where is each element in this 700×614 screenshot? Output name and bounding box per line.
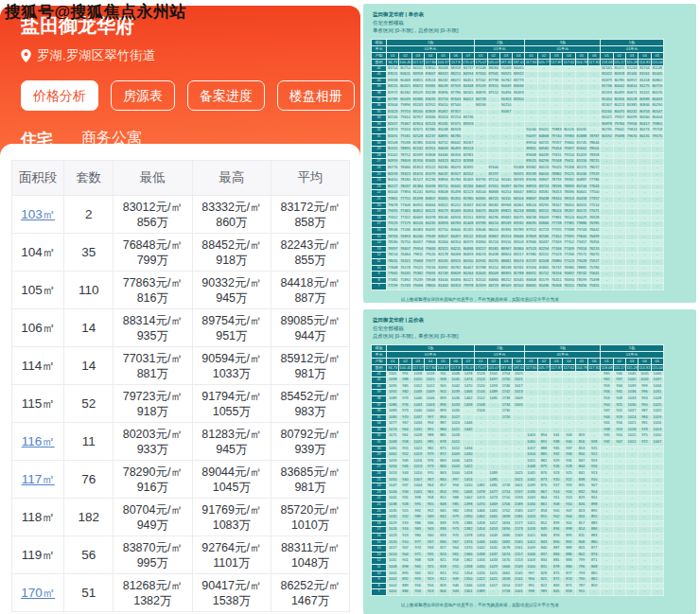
price-cell: 890 [437,414,449,421]
price-cell: - [625,446,638,452]
price-cell: 89253 [499,234,512,240]
price-cell: - [499,465,512,471]
grid-footnote: 以上数据整理自深圳市房地产信息平台，不作为购房依据，实际信息以官方平台为准 [401,603,696,607]
area-header: 115.28 [625,364,638,371]
price-cell: 83322 [437,202,449,209]
price-cell: 82838 [462,159,474,166]
price-cell: 862 [588,577,601,584]
price-cell: 82502 [475,277,487,284]
grid-row: 1378397766077995479663823218421180836832… [372,246,664,253]
price-cell: 81132 [639,90,651,96]
area-cell: 117㎡ [12,461,64,499]
price-cell: 77894 [399,190,411,197]
price-cell: 85753 [437,96,449,103]
price-cell: 985 [399,383,411,390]
price-cell: - [563,390,575,396]
price-cell: 91068 [513,166,525,172]
price-cell: - [601,570,613,577]
price-cell: 80593 [387,171,399,178]
price-cell: - [525,383,537,390]
price-cell: 82671 [411,128,424,134]
area-link[interactable]: 117㎡ [22,472,55,486]
price-cell: 79525 [411,265,424,272]
price-cell: - [601,284,613,290]
count-cell: 14 [64,309,114,347]
price-cell: 1557 [513,552,525,558]
price-cell: - [563,109,575,115]
price-cell: 1461 [487,515,499,521]
price-cell: - [601,147,613,153]
price-cell: 76321 [399,258,411,265]
price-cell: 80407 [462,265,474,272]
tab-price-analysis[interactable]: 价格分析 [21,80,98,111]
price-cell: 1046 [411,395,424,402]
price-cell: - [613,458,625,465]
price-cell: 79314 [575,246,587,253]
corner-label: 户型 [372,358,387,364]
price-cell: 88358 [449,65,462,72]
price-cell: 968 [411,558,424,565]
price-cell: 85009 [487,272,499,278]
price-cell: - [613,552,625,558]
grid-row: 331074964103199188410211442----------938… [372,427,664,433]
price-cell: 1493 [487,383,499,390]
price-cell: 1077 [387,421,399,428]
area-link[interactable]: 103㎡ [21,207,55,221]
floor-label: 15 [372,234,387,240]
area-link[interactable]: 170㎡ [21,586,55,600]
price-cell: 1015 [625,433,638,440]
grid-row: 1110088989659258189551358143014291666154… [372,564,664,570]
price-cell: 1422 [475,577,487,584]
price-cell: 884 [551,552,563,558]
floor-label: 17 [372,527,387,534]
huxing-header: 04 [424,52,436,59]
price-cell: - [613,277,625,284]
floor-label: 14 [372,546,387,553]
area-link[interactable]: 116㎡ [22,434,55,448]
price-cell: 858 [537,508,550,515]
price-cell: - [513,440,525,447]
count-cell: 14 [64,347,114,385]
floor-label: 33 [372,121,387,128]
floor-label: 19 [372,209,387,216]
price-cell: 80785 [613,78,625,84]
price-cell: 85069 [449,209,462,216]
price-cell: 899 [437,395,449,402]
price-cell: 82580 [537,234,550,240]
price-cell: 993 [639,395,651,402]
grid-row: 9100289295991981294913501422142116581541… [372,577,664,584]
tab-photo-album[interactable]: 楼盘相册 [277,80,355,111]
price-cell: - [651,258,663,265]
price-cell: 928 [399,502,411,509]
tab-filing-progress[interactable]: 备案进度 [187,80,265,111]
price-cell: 1425 [487,570,499,577]
price-cell: 1489 [487,390,499,396]
price-cell: - [613,190,625,197]
floor-label: 35 [372,109,387,115]
price-cell: - [537,414,550,421]
price-cell: - [575,409,587,415]
price-cell: - [487,159,499,166]
tab-listings[interactable]: 房源表 [111,80,175,111]
price-cell: - [651,227,663,234]
price-cell: - [651,564,663,570]
floor-label: 32 [372,128,387,134]
price-cell: 84010 [537,171,550,178]
price-cell: - [537,90,550,96]
price-cell: - [475,446,487,452]
price-cell: 83124 [462,147,474,153]
price-cell: - [613,446,625,452]
price-cell: 88810 [525,190,537,197]
price-cell: - [575,115,587,122]
price-cell: 1754 [499,371,512,377]
price-cell: - [651,546,663,553]
grid-row: 1578763768938024079949826078449781122835… [372,234,664,240]
price-cell: 1007 [411,477,424,483]
price-cell: 985 [424,440,436,447]
price-cell: - [537,115,550,122]
price-cell: 952 [424,508,436,515]
price-cell: 84647 [513,190,525,197]
price-cell: 1466 [475,508,487,515]
price-cell: 78805 [424,284,436,290]
price-cell: 884 [437,427,449,433]
